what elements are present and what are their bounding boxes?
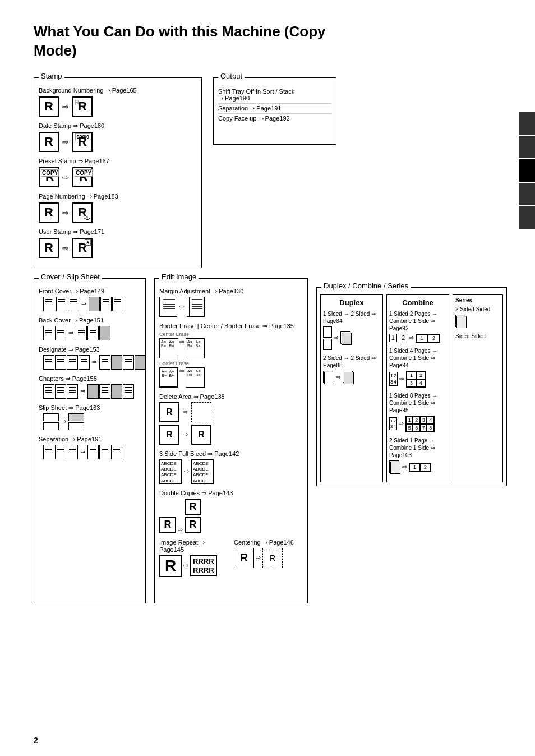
user-arrow: ⇨ xyxy=(62,243,69,252)
double-r-dst1: R xyxy=(185,499,201,515)
back-cover-arrow: ⇒ xyxy=(68,329,73,336)
centering-label: Centering ⇒ Page146 xyxy=(234,539,303,546)
edit-item-repeat: Image Repeat ⇒ Page145 R ⇨ RRRRRRRR xyxy=(159,539,228,577)
c4p-dst: 1 2 3 4 xyxy=(406,371,426,388)
dp2-arrow: ⇨ xyxy=(336,374,341,381)
c8p-s1: 1 xyxy=(390,418,393,423)
sep-dp3 xyxy=(111,445,122,459)
sep-arrow: ⇒ xyxy=(80,448,85,455)
page-src xyxy=(43,297,54,311)
duplex-combine-inner: Duplex / Combine / Series Duplex 1 Sided… xyxy=(316,287,507,486)
tab-5[interactable] xyxy=(519,206,535,229)
edit-item-border-erase: Border Erase | Center / Border Erase ⇒ P… xyxy=(159,322,303,388)
duplex-1-2-diagram: ⇨ xyxy=(323,326,380,350)
double-copies-diagram: R ⇨ R R xyxy=(159,499,303,533)
top-row: Stamp Background Numbering ⇒ Page165 R ⇨… xyxy=(34,77,507,268)
ch-dp1 xyxy=(87,384,99,399)
sep-p1 xyxy=(43,445,54,459)
des-p2 xyxy=(55,355,66,370)
designate-diagram: ⇒ xyxy=(43,355,141,370)
delete-area-diagram: R ⇨ xyxy=(159,402,303,422)
back-cover-diagram: ⇒ xyxy=(43,326,141,340)
delete-area-arrow2: ⇨ xyxy=(183,431,188,438)
dp1-p1 xyxy=(323,326,332,338)
combine-2s-label: 2 Sided 1 Page → Combine 1 Side ⇒ Page10… xyxy=(389,437,446,459)
duplex-1-2-label: 1 Sided → 2 Sided ⇒ Page84 xyxy=(323,310,380,325)
edit-item-3side: 3 Side Full Bleed ⇒ Page142 ABCDEABCDEAB… xyxy=(159,450,303,484)
border-erase-dst: A≡B≡ A≡B≡ xyxy=(186,338,205,358)
front-cover-arrow: ⇒ xyxy=(81,300,86,307)
front-cover-src xyxy=(43,297,79,311)
des-dp1 xyxy=(99,355,110,370)
sep-src xyxy=(43,445,78,459)
tab-3[interactable] xyxy=(519,159,535,182)
designate-src xyxy=(43,355,90,370)
double-r-dst2: R xyxy=(185,517,201,533)
stamp-item-preset: Preset Stamp ⇒ Page167 R COPY ⇨ R COPY xyxy=(39,158,197,187)
tg-cell-6: A≡B≡ xyxy=(169,370,177,385)
combine-4p-label: 1 Sided 4 Pages → Combine 1 Side ⇒ Page9… xyxy=(389,347,446,369)
series-2-label: Sided Sided xyxy=(455,333,500,340)
tab-4[interactable] xyxy=(519,183,535,205)
sep-p2 xyxy=(55,445,66,459)
cover-item-front: Front Cover ⇒ Page149 ⇒ xyxy=(39,288,141,311)
page-title: What You Can Do with this Machine (Copy … xyxy=(34,22,359,61)
des-dp2 xyxy=(111,355,122,370)
page-src2 xyxy=(56,297,67,311)
combine-8pages: 1 Sided 8 Pages → Combine 1 Side ⇒ Page9… xyxy=(389,392,446,432)
combine-4pages: 1 Sided 4 Pages → Combine 1 Side ⇒ Page9… xyxy=(389,347,446,388)
image-repeat-label: Image Repeat ⇒ Page145 xyxy=(159,539,228,553)
c8p-cell8: 8 xyxy=(427,424,434,432)
sep-p3 xyxy=(67,445,78,459)
series-label: Series xyxy=(455,297,500,303)
dp2-dst-back xyxy=(344,372,354,384)
back-page-src xyxy=(43,326,54,340)
border-erase-arrow2: ⇨ xyxy=(179,367,185,388)
border-erase-sublabel: Border Erase xyxy=(159,361,303,366)
combine-col-label: Combine xyxy=(389,298,446,307)
c8p-s2: 2 xyxy=(393,418,395,423)
duplex-2-2-label: 2 Sided → 2 Sided ⇒ Page88 xyxy=(323,354,380,369)
page-cover xyxy=(89,297,100,311)
page-number: 2 xyxy=(34,736,38,745)
c4p-s3: 3 xyxy=(390,379,393,385)
back-cover-src xyxy=(43,326,66,340)
tab-1[interactable] xyxy=(519,112,535,135)
c8p-cell6: 6 xyxy=(413,424,420,432)
des-p3 xyxy=(67,355,78,370)
image-repeat-diagram: R ⇨ RRRRRRRR xyxy=(159,555,228,577)
duplex-combine-cols: Duplex 1 Sided → 2 Sided ⇒ Page84 ⇨ xyxy=(320,294,503,482)
stamp-preset-diagram: R COPY ⇨ R COPY xyxy=(39,167,197,187)
c8p-dst: 1 2 3 4 5 6 7 8 xyxy=(405,416,435,432)
ch-dp4 xyxy=(123,384,134,399)
stamp-bg-diagram: R ⇨ R R xyxy=(39,96,197,117)
slipsheet-arrow: ⇒ xyxy=(61,418,66,425)
series-item-1: 2 Sided Sided xyxy=(455,306,500,328)
margin-diagram: ⇨ xyxy=(159,297,303,317)
preset-r-src: R COPY xyxy=(39,167,59,187)
duplex-2-2-diagram: ⇨ xyxy=(323,371,380,384)
c2p-num1: 1 xyxy=(389,334,397,342)
c2p-num2: 2 xyxy=(400,334,408,342)
c8p-cell2: 2 xyxy=(413,416,420,424)
duplex-combine-label: Duplex / Combine / Series xyxy=(321,282,411,290)
stamp-date-label: Date Stamp ⇒ Page180 xyxy=(39,122,197,130)
slipsheet-src xyxy=(43,413,59,430)
slip-dp2 xyxy=(68,422,84,430)
stamp-user-diagram: R ⇨ R ★ xyxy=(39,238,197,258)
series-item-2: Sided Sided xyxy=(455,333,500,340)
delete-area-r2: R xyxy=(159,425,179,445)
delete-area-dst2: R xyxy=(191,425,211,445)
tab-2[interactable] xyxy=(519,136,535,158)
duplex-1sided-2sided: 1 Sided → 2 Sided ⇒ Page84 ⇨ xyxy=(323,310,380,350)
chapters-diagram: ⇒ xyxy=(43,384,141,399)
margin-arrow: ⇨ xyxy=(179,303,185,310)
duplex-col-label: Duplex xyxy=(323,298,380,307)
c4p-src: 1 2 3 4 xyxy=(389,372,398,386)
slipsheet-dst xyxy=(68,413,84,430)
s1-src xyxy=(455,315,467,328)
back-cover-dst xyxy=(76,326,110,340)
tg-cell-5: A≡B≡ xyxy=(162,370,169,385)
centering-diagram: R ⇨ R xyxy=(234,548,303,568)
duplex-1-dst xyxy=(340,331,352,345)
